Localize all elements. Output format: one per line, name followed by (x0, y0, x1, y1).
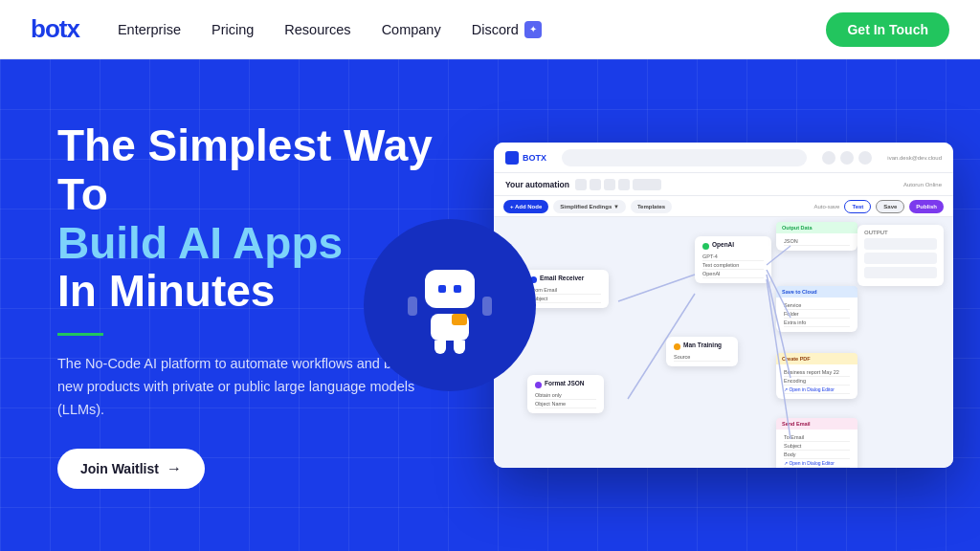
save-btn[interactable]: Save (876, 200, 904, 213)
nav-enterprise[interactable]: Enterprise (118, 22, 181, 37)
get-in-touch-button[interactable]: Get In Touch (826, 12, 949, 47)
navbar: botx Enterprise Pricing Resources Compan… (0, 0, 980, 59)
templates-btn[interactable]: Templates (631, 200, 672, 213)
add-node-btn[interactable]: + Add Node (503, 200, 548, 213)
publish-btn[interactable]: Publish (909, 200, 944, 213)
app-canvas: OpenAI GPT-4 Text completion OpenAI Emai… (494, 217, 953, 468)
save-to-cloud-node[interactable]: Save to Cloud Service Folder Extra info (776, 286, 858, 332)
create-pdf-node[interactable]: Create PDF Business report May 22 Encodi… (776, 353, 858, 399)
logo[interactable]: botx (31, 14, 79, 44)
robot-illustration (364, 219, 536, 391)
man-training-node[interactable]: Man Training Source (666, 337, 738, 366)
app-screenshot: BOTX ivan.desk@dev.cloud Your automation… (494, 143, 953, 468)
nav-links: Enterprise Pricing Resources Company Dis… (118, 21, 827, 38)
app-subbar: Your automation Autorun Online (494, 173, 953, 196)
app-topbar-icons (822, 151, 872, 165)
right-panel: OUTPUT (858, 225, 944, 286)
openai-node[interactable]: OpenAI GPT-4 Text completion OpenAI (695, 236, 771, 283)
test-btn[interactable]: Test (844, 200, 871, 213)
arrow-icon: → (167, 460, 182, 477)
output-data-node[interactable]: Output Data JSON (776, 222, 858, 251)
hero-section: The Simplest Way To Build AI Apps In Min… (0, 59, 980, 551)
nav-company[interactable]: Company (382, 22, 441, 37)
app-topbar: BOTX ivan.desk@dev.cloud (494, 143, 953, 173)
nav-resources[interactable]: Resources (284, 22, 350, 37)
nav-discord[interactable]: Discord ✦ (472, 21, 542, 38)
hero-divider (57, 333, 103, 336)
app-subbar-icons (575, 179, 661, 190)
join-waitlist-button[interactable]: Join Waitlist → (57, 449, 205, 489)
simplified-endings-btn[interactable]: Simplified Endings ▼ (553, 200, 626, 213)
app-search-bar (562, 149, 807, 166)
nav-pricing[interactable]: Pricing (212, 22, 254, 37)
svg-line-0 (618, 275, 695, 301)
send-email-node[interactable]: Send Email To Email Subject Body ↗ Open … (776, 418, 858, 468)
app-logo: BOTX (505, 151, 546, 165)
discord-icon: ✦ (524, 21, 542, 38)
app-toolbar: + Add Node Simplified Endings ▼ Template… (494, 196, 953, 217)
format-json-node[interactable]: Format JSON Obtain only Object Name (527, 375, 604, 413)
